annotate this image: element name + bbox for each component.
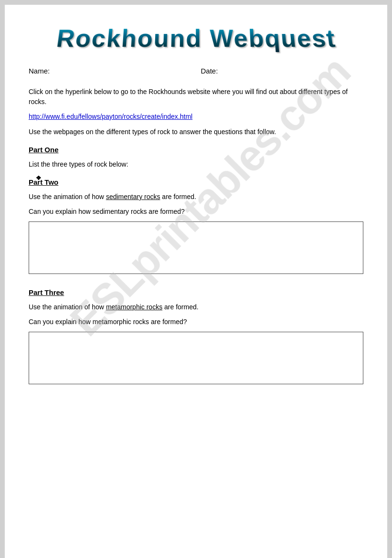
page-title: Rockhound Webquest	[54, 24, 337, 53]
part-three-question: Can you explain how metamorphic rocks ar…	[29, 317, 363, 327]
name-label: Name:	[29, 67, 191, 75]
part-two-suffix: are formed.	[160, 193, 196, 200]
part-one-instruction: List the three types of rock below:	[29, 159, 363, 169]
metamorphic-rocks-link: metamorphic rocks	[106, 303, 162, 311]
page: ESLprintables.com Rockhound Webquest Nam…	[5, 5, 387, 558]
part-three-heading: Part Three	[29, 288, 363, 296]
rockhound-link[interactable]: http://www.fi.edu/fellows/payton/rocks/c…	[29, 113, 363, 120]
part-one-heading: Part One	[29, 146, 363, 154]
part-two-question: Can you explain how sedimentary rocks ar…	[29, 207, 363, 217]
part-three-suffix: are formed.	[162, 303, 198, 311]
intro-paragraph-1: Click on the hyperlink below to go to th…	[29, 87, 363, 107]
part-three-prefix: Use the animation of how	[29, 303, 106, 311]
title-container: Rockhound Webquest	[29, 24, 363, 53]
name-date-row: Name: Date:	[29, 67, 363, 75]
part-three-instruction: Use the animation of how metamorphic roc…	[29, 302, 363, 312]
part-two-heading: Part Two	[29, 178, 363, 186]
part-two-answer-box[interactable]	[29, 221, 363, 274]
sedimentary-rocks-link: sedimentary rocks	[106, 193, 160, 200]
intro-paragraph-2: Use the webpages on the different types …	[29, 127, 363, 137]
part-three-answer-box[interactable]	[29, 332, 363, 384]
date-label: Date:	[191, 67, 364, 75]
part-two-prefix: Use the animation of how	[29, 193, 106, 200]
part-two-instruction: Use the animation of how sedimentary roc…	[29, 192, 363, 202]
